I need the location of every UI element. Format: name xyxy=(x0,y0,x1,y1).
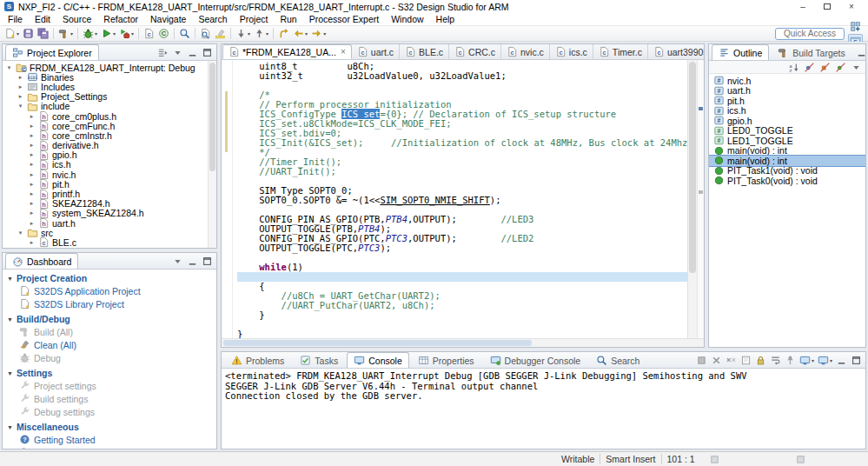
expand-arrow-icon[interactable]: ▸ xyxy=(28,113,36,120)
console-tab-tasks[interactable]: Tasks xyxy=(293,352,345,368)
outline-item-main-void-int[interactable]: main(void) : int xyxy=(709,156,865,166)
menu-run[interactable]: Run xyxy=(274,14,302,24)
outline-item-nvic-h[interactable]: #nvic.h xyxy=(709,76,865,86)
dropdown-arrow-icon[interactable]: ▾ xyxy=(17,30,19,37)
tree-item-include[interactable]: ▾include xyxy=(3,102,216,111)
menu-project[interactable]: Project xyxy=(234,14,275,24)
editor-tab-ics-c[interactable]: cics.c xyxy=(550,44,593,59)
run-button[interactable]: ▾ xyxy=(99,26,117,41)
tab-project-explorer[interactable]: Project Explorer xyxy=(5,44,99,60)
close-window-button[interactable]: × xyxy=(839,1,864,13)
last-edit-location-button[interactable] xyxy=(276,26,291,41)
vertical-scrollbar[interactable] xyxy=(687,60,697,338)
dropdown-arrow-icon[interactable]: ▾ xyxy=(95,30,97,37)
section-header-settings[interactable]: ▼Settings xyxy=(4,367,215,379)
dropdown-arrow-icon[interactable]: ▾ xyxy=(305,30,308,37)
display-selected-console-button[interactable]: ▾ xyxy=(798,355,815,366)
open-console-button[interactable]: ▾ xyxy=(817,355,833,366)
section-header-miscellaneous[interactable]: ▼Miscellaneous xyxy=(4,421,215,433)
menu-navigate[interactable]: Navigate xyxy=(144,14,192,24)
external-tools-button[interactable]: ▾ xyxy=(117,26,136,41)
mark-occurrences-button[interactable] xyxy=(213,26,228,41)
dropdown-arrow-icon[interactable]: ▾ xyxy=(248,30,250,37)
new-wizard-button[interactable]: ▾ xyxy=(3,26,21,41)
editor-tab-frdm-kea128-ua[interactable]: c*FRDM_KEA128_UA...× xyxy=(222,44,352,59)
tab-build-targets[interactable]: Build Targets xyxy=(771,44,852,60)
maximize-button[interactable] xyxy=(850,355,863,366)
dropdown-arrow-icon[interactable]: ▾ xyxy=(113,30,116,37)
new-c-class-button[interactable]: C xyxy=(156,26,171,41)
menu-window[interactable]: Window xyxy=(385,14,429,24)
maximize-button[interactable] xyxy=(201,256,214,267)
hide-fields-button[interactable] xyxy=(803,62,816,73)
minimize-window-button[interactable]: – xyxy=(791,1,815,13)
minimize-button[interactable] xyxy=(186,47,199,58)
quick-access-button[interactable]: Quick Access xyxy=(775,28,845,40)
menu-edit[interactable]: Edit xyxy=(29,14,56,24)
scroll-lock-button[interactable] xyxy=(754,355,767,366)
editor-tab-ble-c[interactable]: cBLE.c xyxy=(400,44,449,59)
clear-console-button[interactable] xyxy=(739,355,752,366)
debug-button[interactable]: ▾ xyxy=(81,26,99,41)
tree-item-printf-h[interactable]: ▸hprintf.h xyxy=(3,189,216,198)
forward-button[interactable]: ▾ xyxy=(309,26,328,41)
menu-source[interactable]: Source xyxy=(56,14,97,24)
editor-tab-nvic-c[interactable]: cnvic.c xyxy=(501,44,550,59)
sort-button[interactable]: az xyxy=(787,62,800,73)
tree-item-ble-c[interactable]: ▸cBLE.c xyxy=(3,237,216,247)
expand-arrow-icon[interactable]: ▸ xyxy=(28,181,36,188)
outline-item-pit-task0-void-void[interactable]: PIT_Task0(void) : void xyxy=(709,176,865,186)
scrollbar-thumb[interactable] xyxy=(209,63,215,171)
view-menu-button[interactable] xyxy=(171,47,184,58)
dropdown-arrow-icon[interactable]: ▾ xyxy=(323,30,326,37)
expand-arrow-icon[interactable]: ▸ xyxy=(28,200,36,207)
menu-help[interactable]: Help xyxy=(430,14,461,24)
back-button[interactable]: ▾ xyxy=(291,26,309,41)
collapse-all-button[interactable] xyxy=(156,47,169,58)
menu-refactor[interactable]: Refactor xyxy=(97,14,144,24)
dropdown-arrow-icon[interactable]: ▾ xyxy=(131,30,134,37)
maximize-button[interactable] xyxy=(201,47,214,58)
dashboard-link-getting-started[interactable]: ?Getting Started xyxy=(4,433,215,446)
outline-item-ics-h[interactable]: #ics.h xyxy=(709,106,865,116)
view-menu-button[interactable] xyxy=(171,256,184,267)
save-all-button[interactable] xyxy=(36,26,50,41)
expand-arrow-icon[interactable]: ▸ xyxy=(28,123,36,130)
expand-arrow-icon[interactable]: ▸ xyxy=(17,83,24,90)
console-tab-problems[interactable]: Problems xyxy=(224,352,291,368)
tree-item-gpio-h[interactable]: ▸hgpio.h xyxy=(3,150,216,160)
expand-arrow-icon[interactable]: ▸ xyxy=(28,239,36,246)
collapse-arrow-icon[interactable]: ▾ xyxy=(17,103,24,110)
tree-item-ics-h[interactable]: ▸hics.h xyxy=(3,160,216,170)
outline-item-pit-h[interactable]: #pit.h xyxy=(709,96,865,106)
pin-console-button[interactable] xyxy=(784,355,797,366)
tree-item-system-skeaz1284-h[interactable]: ▸hsystem_SKEAZ1284.h xyxy=(3,209,216,218)
search-button[interactable] xyxy=(177,26,192,41)
expand-arrow-icon[interactable]: ▸ xyxy=(17,93,24,100)
hide-static-members-button[interactable] xyxy=(818,62,832,73)
expand-arrow-icon[interactable]: ▸ xyxy=(28,171,36,178)
code-editor[interactable]: uint8_t u8Ch; uint32_t u32LoadValue0, u3… xyxy=(222,60,704,338)
console-tab-debugger-console[interactable]: Debugger Console xyxy=(483,352,588,368)
status-icon[interactable] xyxy=(709,454,720,465)
outline-item-pit-task1-void-void[interactable]: PIT_Task1(void) : void xyxy=(709,166,865,176)
expand-arrow-icon[interactable]: ▸ xyxy=(28,220,36,227)
dropdown-arrow-icon[interactable]: ▾ xyxy=(70,30,73,37)
expand-arrow-icon[interactable]: ▸ xyxy=(28,142,36,149)
expand-arrow-icon[interactable]: ▸ xyxy=(28,151,36,158)
next-annotation-button[interactable]: ▾ xyxy=(234,26,252,41)
terminate-button[interactable] xyxy=(695,355,708,366)
dashboard-link-clean-all[interactable]: Clean (All) xyxy=(4,338,215,351)
editor-tab-uart-c[interactable]: cuart.c xyxy=(352,44,400,59)
minimize-button[interactable] xyxy=(855,47,866,58)
outline-item-led0-toggle[interactable]: #LED0_TOGGLE xyxy=(709,126,865,136)
console-tab-properties[interactable]: Properties xyxy=(411,352,481,368)
tree-item-core-cminstr-h[interactable]: ▸hcore_cmInstr.h xyxy=(3,130,216,140)
tree-item-core-cmfunc-h[interactable]: ▸hcore_cmFunc.h xyxy=(3,121,216,130)
tab-outline[interactable]: Outline xyxy=(712,44,769,60)
collapse-arrow-icon[interactable]: ▾ xyxy=(5,64,13,71)
console-tab-search[interactable]: Search xyxy=(589,352,646,368)
code-content[interactable]: uint8_t u8Ch; uint32_t u32LoadValue0, u3… xyxy=(233,60,687,338)
collapse-arrow-icon[interactable]: ▾ xyxy=(17,230,24,236)
section-header-build-debug[interactable]: ▼Build/Debug xyxy=(4,313,215,325)
